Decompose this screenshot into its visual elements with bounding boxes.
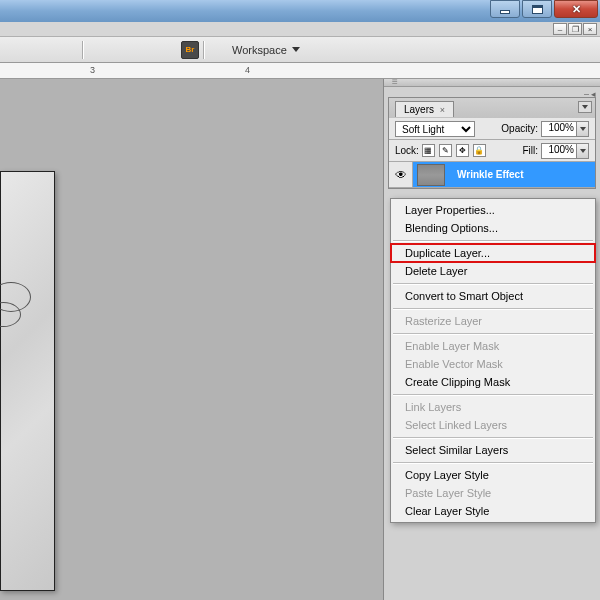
menu-item[interactable]: Delete Layer (391, 262, 595, 280)
blend-mode-select[interactable]: Soft Light (395, 121, 475, 137)
layers-options-row-1: Soft Light Opacity: 100% (389, 118, 595, 140)
fill-arrow-icon[interactable] (577, 143, 589, 159)
layers-options-row-2: Lock: ▦ ✎ ✥ 🔒 Fill: 100% (389, 140, 595, 162)
canvas-area[interactable] (0, 79, 383, 600)
menu-separator (393, 308, 593, 309)
ruler-mark: 4 (245, 65, 250, 75)
minimize-button[interactable] (490, 0, 520, 18)
doc-close-button[interactable]: × (583, 23, 597, 35)
lock-position-icon[interactable]: ✥ (456, 144, 469, 157)
workspace-dropdown[interactable]: Workspace (232, 44, 300, 56)
panel-tab-bar: Layers × (389, 98, 595, 118)
panel-flyout-menu-button[interactable] (578, 101, 592, 113)
menu-separator (393, 333, 593, 334)
document-canvas[interactable] (0, 171, 55, 591)
ruler-mark: 3 (90, 65, 95, 75)
fill-label: Fill: (522, 145, 538, 156)
lock-all-icon[interactable]: 🔒 (473, 144, 486, 157)
menu-item[interactable]: Clear Layer Style (391, 502, 595, 520)
menu-item[interactable]: Select Similar Layers (391, 441, 595, 459)
close-button[interactable] (554, 0, 598, 18)
maximize-button[interactable] (522, 0, 552, 18)
lock-pixels-icon[interactable]: ✎ (439, 144, 452, 157)
menu-item: Enable Vector Mask (391, 355, 595, 373)
layer-context-menu: Layer Properties...Blending Options...Du… (390, 198, 596, 523)
menu-item: Paste Layer Style (391, 484, 595, 502)
menu-item[interactable]: Layer Properties... (391, 201, 595, 219)
menu-separator (393, 240, 593, 241)
menu-item[interactable]: Create Clipping Mask (391, 373, 595, 391)
menu-item: Rasterize Layer (391, 312, 595, 330)
tab-close-icon[interactable]: × (440, 105, 445, 115)
opacity-arrow-icon[interactable] (577, 121, 589, 137)
doc-minimize-button[interactable]: – (553, 23, 567, 35)
toolbar-divider (82, 41, 83, 59)
menu-item[interactable]: Blending Options... (391, 219, 595, 237)
lock-transparency-icon[interactable]: ▦ (422, 144, 435, 157)
layer-name-label[interactable]: Wrinkle Effect (457, 169, 524, 180)
menu-separator (393, 437, 593, 438)
fill-input[interactable]: 100% (541, 143, 577, 159)
opacity-label: Opacity: (501, 123, 538, 134)
panel-grip[interactable] (384, 79, 600, 87)
menu-separator (393, 394, 593, 395)
doc-restore-button[interactable]: ❐ (568, 23, 582, 35)
horizontal-ruler: 3 4 (0, 63, 600, 79)
visibility-eye-icon[interactable]: 👁 (389, 162, 413, 187)
lock-label: Lock: (395, 145, 419, 156)
toolbar-divider (203, 41, 204, 59)
layer-row[interactable]: 👁 Wrinkle Effect (389, 162, 595, 188)
document-window-controls: – ❐ × (0, 22, 600, 37)
layer-thumbnail[interactable] (417, 164, 445, 186)
layers-panel: Layers × Soft Light Opacity: 100% Lock: … (388, 97, 596, 189)
menu-item[interactable]: Convert to Smart Object (391, 287, 595, 305)
menu-separator (393, 462, 593, 463)
tab-label: Layers (404, 104, 434, 115)
menu-item[interactable]: Duplicate Layer... (391, 244, 595, 262)
tab-layers[interactable]: Layers × (395, 101, 454, 117)
menu-item: Select Linked Layers (391, 416, 595, 434)
menu-separator (393, 283, 593, 284)
bridge-icon[interactable]: Br (181, 41, 199, 59)
menu-item: Enable Layer Mask (391, 337, 595, 355)
opacity-input[interactable]: 100% (541, 121, 577, 137)
window-titlebar (0, 0, 600, 22)
menu-item[interactable]: Copy Layer Style (391, 466, 595, 484)
menu-item: Link Layers (391, 398, 595, 416)
options-toolbar: Br Workspace (0, 37, 600, 63)
